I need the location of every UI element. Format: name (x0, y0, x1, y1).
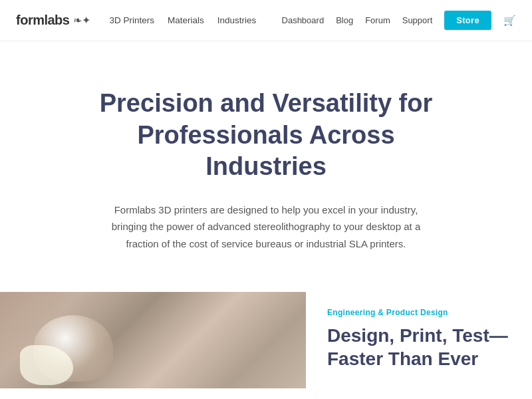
main-nav: formlabs ❧✦ 3D Printers Materials Indust… (0, 0, 532, 41)
nav-link-forum[interactable]: Forum (365, 15, 390, 25)
nav-links: 3D Printers Materials Industries (109, 15, 256, 25)
hero-heading: Precision and Versatility for Profession… (80, 88, 452, 183)
store-button[interactable]: Store (444, 11, 491, 30)
nav-link-support[interactable]: Support (402, 15, 433, 25)
nav-link-blog[interactable]: Blog (336, 15, 353, 25)
nav-left: formlabs ❧✦ 3D Printers Materials Indust… (16, 13, 256, 28)
feature-section: Engineering & Product Design Design, Pri… (0, 292, 532, 388)
nav-link-industries[interactable]: Industries (217, 15, 257, 25)
nav-right: Dashboard Blog Forum Support Store 🛒 (282, 11, 516, 30)
logo[interactable]: formlabs ❧✦ (16, 13, 90, 28)
feature-heading-line1: Design, Print, Test— (327, 325, 508, 346)
nav-link-dashboard[interactable]: Dashboard (282, 15, 325, 25)
cart-icon[interactable]: 🛒 (503, 15, 516, 27)
feature-heading-line2: Faster Than Ever (327, 348, 478, 369)
feature-text: Engineering & Product Design Design, Pri… (306, 292, 532, 388)
nav-link-3dprinters[interactable]: 3D Printers (109, 15, 154, 25)
feature-heading: Design, Print, Test— Faster Than Ever (327, 324, 511, 370)
hero-body: Formlabs 3D printers are designed to hel… (100, 201, 432, 253)
logo-icon: ❧✦ (73, 14, 90, 27)
hero-section: Precision and Versatility for Profession… (0, 41, 532, 292)
feature-image (0, 292, 306, 388)
logo-text: formlabs (16, 13, 69, 28)
feature-category: Engineering & Product Design (327, 308, 511, 317)
nav-link-materials[interactable]: Materials (168, 15, 204, 25)
